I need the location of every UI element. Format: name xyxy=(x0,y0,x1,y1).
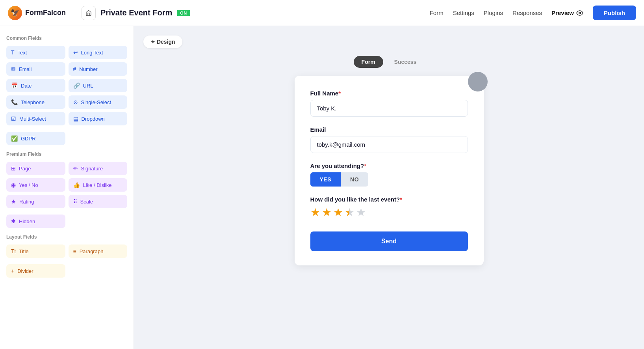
content-area: ✦ Design Form Success Full Name* Email xyxy=(134,26,644,349)
tab-form[interactable]: Form xyxy=(354,56,383,68)
field-text[interactable]: T Text xyxy=(6,46,65,59)
tab-success[interactable]: Success xyxy=(386,56,425,68)
svg-point-0 xyxy=(579,12,581,14)
dropdown-icon: ▤ xyxy=(73,116,78,122)
nav-settings[interactable]: Settings xyxy=(453,9,474,16)
title-icon: Tt xyxy=(11,248,16,254)
form-tabs: Form Success xyxy=(354,56,425,68)
gdpr-icon: ✅ xyxy=(11,135,18,142)
field-telephone[interactable]: 📞 Telephone xyxy=(6,95,65,109)
hidden-icon: ✱ xyxy=(11,218,16,224)
field-long-text[interactable]: ↩ Long Text xyxy=(69,46,128,59)
logo: 🦅 FormFalcon xyxy=(8,6,66,20)
star-2[interactable]: ★ xyxy=(322,206,332,219)
publish-button[interactable]: Publish xyxy=(593,6,636,20)
navbar: 🦅 FormFalcon Private Event Form ON Form … xyxy=(0,0,644,26)
field-gdpr[interactable]: ✅ GDPR xyxy=(6,132,65,145)
star-5[interactable]: ★ xyxy=(356,206,366,219)
layout-fields-grid: Tt Title ≡ Paragraph xyxy=(6,244,127,258)
star-3[interactable]: ★ xyxy=(333,206,343,219)
navbar-right: Form Settings Plugins Responses Preview … xyxy=(430,6,636,20)
nav-plugins[interactable]: Plugins xyxy=(484,9,503,16)
field-like-dislike[interactable]: 👍 Like / Dislike xyxy=(69,178,128,192)
field-date[interactable]: 📅 Date xyxy=(6,79,65,92)
scale-icon: ⠿ xyxy=(73,198,77,205)
field-signature[interactable]: ✏ Signature xyxy=(69,162,128,175)
attending-label: Are you attending?* xyxy=(310,162,468,169)
stars-group: ★ ★ ★ ★ ★ xyxy=(310,206,468,219)
preview-label: Preview xyxy=(551,9,574,16)
common-fields-grid: T Text ↩ Long Text ✉ Email # Number 📅 Da… xyxy=(6,46,127,125)
email-label: Email xyxy=(310,126,468,133)
preview-button[interactable]: Preview xyxy=(551,9,583,17)
sidebar: Common Fields T Text ↩ Long Text ✉ Email… xyxy=(0,26,134,349)
telephone-icon: 📞 xyxy=(11,99,18,105)
field-single-select[interactable]: ⊙ Single-Select xyxy=(69,95,128,109)
field-number[interactable]: # Number xyxy=(69,62,128,76)
rating-field: How did you like the last event?* ★ ★ ★ … xyxy=(310,196,468,219)
logo-icon: 🦅 xyxy=(8,6,22,20)
long-text-icon: ↩ xyxy=(73,49,78,56)
hidden-row: ✱ Hidden xyxy=(6,215,127,228)
nav-form[interactable]: Form xyxy=(430,9,444,16)
send-button[interactable]: Send xyxy=(310,231,468,251)
common-fields-title: Common Fields xyxy=(6,35,127,41)
avatar xyxy=(468,72,488,91)
url-icon: 🔗 xyxy=(73,82,80,89)
field-scale[interactable]: ⠿ Scale xyxy=(69,195,128,208)
signature-icon: ✏ xyxy=(73,165,78,172)
premium-fields-title: Premium Fields xyxy=(6,151,127,157)
field-yes-no[interactable]: ◉ Yes / No xyxy=(6,178,65,192)
premium-fields-grid: ⊞ Page ✏ Signature ◉ Yes / No 👍 Like / D… xyxy=(6,162,127,208)
yes-no-group: YES NO xyxy=(310,172,468,187)
yes-no-icon: ◉ xyxy=(11,182,16,188)
design-tab-button[interactable]: ✦ Design xyxy=(143,35,182,48)
star-1[interactable]: ★ xyxy=(310,206,320,219)
text-icon: T xyxy=(11,49,15,56)
home-button[interactable] xyxy=(82,6,96,20)
gdpr-row: ✅ GDPR xyxy=(6,132,127,145)
form-title: Private Event Form xyxy=(100,8,172,17)
field-multi-select[interactable]: ☑ Multi-Select xyxy=(6,112,65,125)
field-hidden[interactable]: ✱ Hidden xyxy=(6,215,65,228)
nav-responses[interactable]: Responses xyxy=(512,9,542,16)
form-wrapper: Full Name* Email Are you attending?* YES xyxy=(295,76,484,265)
field-email[interactable]: ✉ Email xyxy=(6,62,65,76)
rating-icon: ★ xyxy=(11,198,16,205)
field-title[interactable]: Tt Title xyxy=(6,244,65,258)
email-icon: ✉ xyxy=(11,66,16,72)
star-4[interactable]: ★ xyxy=(345,206,354,219)
field-url[interactable]: 🔗 URL xyxy=(69,79,128,92)
email-input[interactable] xyxy=(310,136,468,153)
full-name-input[interactable] xyxy=(310,100,468,117)
like-dislike-icon: 👍 xyxy=(73,182,80,188)
single-select-icon: ⊙ xyxy=(73,99,78,105)
email-field: Email xyxy=(310,126,468,153)
field-page[interactable]: ⊞ Page xyxy=(6,162,65,175)
navbar-center: Private Event Form ON xyxy=(82,6,430,20)
full-name-label: Full Name* xyxy=(310,90,468,97)
paragraph-icon: ≡ xyxy=(73,248,76,254)
form-card: Full Name* Email Are you attending?* YES xyxy=(295,76,484,265)
divider-icon: + xyxy=(11,268,14,274)
field-divider[interactable]: + Divider xyxy=(6,264,65,278)
attending-field: Are you attending?* YES NO xyxy=(310,162,468,187)
yes-button[interactable]: YES xyxy=(310,172,341,187)
date-icon: 📅 xyxy=(11,82,18,89)
main-layout: Common Fields T Text ↩ Long Text ✉ Email… xyxy=(0,26,644,349)
no-button[interactable]: NO xyxy=(341,172,368,187)
field-rating[interactable]: ★ Rating xyxy=(6,195,65,208)
number-icon: # xyxy=(73,66,76,72)
full-name-field: Full Name* xyxy=(310,90,468,117)
multi-select-icon: ☑ xyxy=(11,116,16,122)
rating-label: How did you like the last event?* xyxy=(310,196,468,203)
divider-row: + Divider xyxy=(6,264,127,278)
design-tab-label: ✦ Design xyxy=(150,39,175,45)
page-icon: ⊞ xyxy=(11,165,16,172)
app-name: FormFalcon xyxy=(25,9,66,17)
layout-fields-title: Layout Fields xyxy=(6,234,127,240)
field-paragraph[interactable]: ≡ Paragraph xyxy=(69,244,128,258)
on-badge: ON xyxy=(177,10,190,16)
field-dropdown[interactable]: ▤ Dropdown xyxy=(69,112,128,125)
